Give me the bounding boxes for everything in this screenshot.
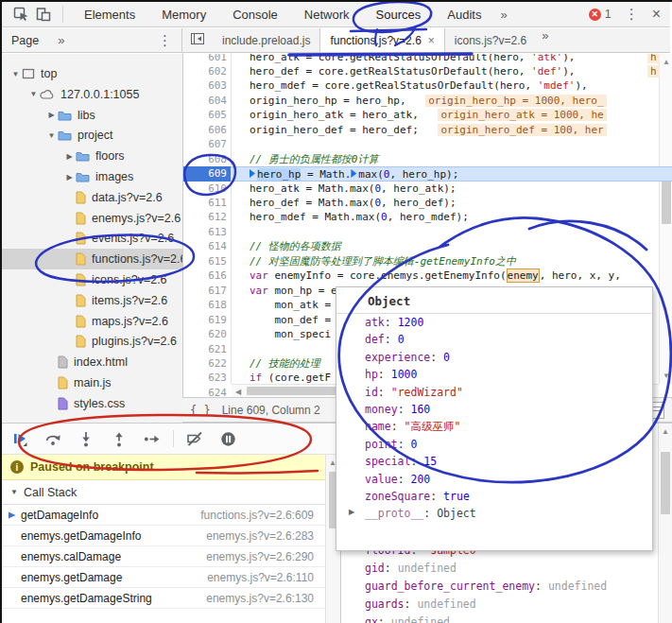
navigator-menu-icon[interactable]: ⋮ bbox=[158, 32, 172, 49]
chevron-down-icon[interactable]: ▼ bbox=[27, 90, 40, 98]
line-number-610[interactable]: 610 bbox=[183, 182, 231, 197]
code-line-601[interactable]: hero_atk = core.getRealStatusOrDefault(h… bbox=[183, 54, 672, 65]
code-line-605[interactable]: origin_hero_atk = hero_atk, origin_hero_… bbox=[183, 108, 672, 123]
line-number-609[interactable]: 609 bbox=[183, 166, 231, 182]
file-tabs-overflow-icon[interactable]: » bbox=[536, 28, 554, 52]
tree-item-items.js-v-2.6[interactable]: items.js?v=2.6 bbox=[2, 290, 182, 311]
file-tab-functions.js-v-2.6[interactable]: functions.js?v=2.6× bbox=[319, 28, 444, 52]
line-number-618[interactable]: 618 bbox=[183, 298, 231, 313]
step-icon[interactable] bbox=[142, 428, 163, 449]
panel-tabs-overflow-icon[interactable]: » bbox=[494, 8, 512, 22]
tree-item-project[interactable]: ▼project bbox=[2, 125, 182, 146]
call-stack-frame-enemys-getDamageInfo[interactable]: enemys.getDamageInfoenemys.js?v=2.6:283 bbox=[2, 526, 325, 546]
code-line-604[interactable]: origin_hero_hp = hero_hp, origin_hero_hp… bbox=[183, 94, 672, 109]
line-number-617[interactable]: 617 bbox=[183, 284, 231, 299]
line-number-622[interactable]: 622 bbox=[183, 356, 231, 372]
line-number-604[interactable]: 604 bbox=[183, 94, 231, 109]
deactivate-breakpoints-icon[interactable] bbox=[184, 428, 205, 449]
step-into-icon[interactable] bbox=[76, 428, 96, 449]
hide-navigator-icon[interactable] bbox=[186, 28, 209, 49]
line-number-605[interactable]: 605 bbox=[183, 108, 231, 123]
line-number-621[interactable]: 621 bbox=[183, 342, 231, 357]
panel-tab-memory[interactable]: Memory bbox=[148, 2, 219, 26]
close-tab-icon[interactable]: × bbox=[428, 34, 435, 47]
chevron-right-icon[interactable]: ▶ bbox=[63, 152, 76, 161]
tree-item-plugins.js-v-2.6[interactable]: plugins.js?v=2.6 bbox=[2, 331, 182, 352]
code-line-616[interactable]: var enemyInfo = core.enemys.getEnemyInfo… bbox=[183, 268, 672, 284]
line-number-611[interactable]: 611 bbox=[183, 196, 231, 211]
code-line-608[interactable]: // 勇士的负属性都按0计算 bbox=[183, 152, 672, 167]
tree-item-functions.js-v-2.6[interactable]: functions.js?v=2.6 bbox=[2, 249, 182, 269]
code-line-606[interactable]: origin_hero_def = hero_def; origin_hero_… bbox=[183, 123, 672, 138]
pretty-print-icon[interactable]: { } bbox=[190, 404, 211, 417]
pause-on-exceptions-icon[interactable] bbox=[217, 428, 238, 449]
tree-item-libs[interactable]: ▶libs bbox=[2, 105, 182, 126]
panel-tab-network[interactable]: Network bbox=[291, 2, 363, 26]
tree-item-images[interactable]: ▶images bbox=[2, 166, 182, 187]
call-stack-frame-enemys-getDamage[interactable]: enemys.getDamageenemys.js?v=2.6:110 bbox=[2, 567, 325, 588]
tree-item-index.html[interactable]: index.html bbox=[2, 352, 182, 372]
code-line-602[interactable]: hero_def = core.getRealStatusOrDefault(h… bbox=[183, 64, 672, 79]
tree-item-top[interactable]: ▼top bbox=[2, 63, 182, 84]
line-number-615[interactable]: 615 bbox=[183, 254, 231, 269]
panel-tab-sources[interactable]: Sources bbox=[363, 2, 435, 26]
chevron-down-icon[interactable]: ▼ bbox=[9, 70, 22, 78]
line-number-606[interactable]: 606 bbox=[183, 123, 231, 138]
tree-item-127.0.0.1-1055[interactable]: ▼127.0.0.1:1055 bbox=[2, 84, 182, 105]
error-count-badge[interactable]: ✕ 1 bbox=[589, 8, 612, 21]
line-number-603[interactable]: 603 bbox=[183, 78, 231, 94]
call-stack-frame-getDamageInfo[interactable]: getDamageInfofunctions.js?v=2.6:609 bbox=[2, 505, 325, 526]
code-line-607[interactable] bbox=[183, 137, 672, 152]
file-tab-icons.js-v-2.6[interactable]: icons.js?v=2.6 bbox=[445, 28, 536, 52]
line-number-607[interactable]: 607 bbox=[183, 137, 231, 152]
chevron-down-icon[interactable]: ▼ bbox=[45, 131, 58, 140]
object-prop-__proto__[interactable]: __proto__: Object bbox=[336, 505, 652, 522]
line-number-619[interactable]: 619 bbox=[183, 313, 231, 328]
call-stack-frame-enemys-calDamage[interactable]: enemys.calDamageenemys.js?v=2.6:290 bbox=[2, 546, 325, 567]
tree-item-enemys.js-v-2.6[interactable]: enemys.js?v=2.6 bbox=[2, 208, 182, 229]
scrollbar-thumb[interactable] bbox=[661, 452, 670, 514]
tab-page[interactable]: Page bbox=[11, 34, 39, 47]
call-stack-frame-enemys-getDamageString[interactable]: enemys.getDamageStringenemys.js?v=2.6:13… bbox=[2, 588, 325, 609]
chevron-right-icon[interactable]: ▶ bbox=[63, 173, 76, 182]
code-line-609[interactable]: hero_hp = Math.max(0, hero_hp); bbox=[183, 166, 672, 182]
line-number-608[interactable]: 608 bbox=[183, 152, 231, 167]
scope-scrollbar[interactable]: ▲ bbox=[658, 424, 672, 623]
close-icon[interactable]: × bbox=[652, 6, 661, 23]
code-line-612[interactable]: hero_mdef = Math.max(0, hero_mdef); bbox=[183, 210, 672, 225]
device-toolbar-icon[interactable] bbox=[32, 4, 55, 25]
line-number-613[interactable]: 613 bbox=[183, 225, 231, 240]
line-number-624[interactable]: 624 bbox=[183, 386, 231, 397]
line-number-616[interactable]: 616 bbox=[183, 268, 231, 284]
call-stack-header[interactable]: ▼ Call Stack bbox=[2, 480, 340, 505]
tree-item-main.js[interactable]: main.js bbox=[2, 372, 182, 393]
line-number-623[interactable]: 623 bbox=[183, 371, 231, 386]
code-line-603[interactable]: hero_mdef = core.getRealStatusOrDefault(… bbox=[183, 78, 672, 94]
file-tab-include.preload.js[interactable]: include.preload.js bbox=[213, 28, 319, 52]
chevron-right-icon[interactable]: ▶ bbox=[45, 111, 58, 119]
code-line-611[interactable]: hero_def = Math.max(0, hero_def); bbox=[183, 196, 672, 211]
scroll-up-icon[interactable]: ▲ bbox=[659, 427, 672, 436]
tree-item-maps.js-v-2.6[interactable]: maps.js?v=2.6 bbox=[2, 311, 182, 332]
line-number-620[interactable]: 620 bbox=[183, 327, 231, 342]
navigator-overflow-icon[interactable]: » bbox=[52, 33, 70, 47]
tree-item-styles.css[interactable]: styles.css bbox=[2, 393, 182, 414]
panel-tab-console[interactable]: Console bbox=[219, 2, 291, 26]
step-over-icon[interactable] bbox=[43, 428, 63, 449]
tree-item-floors[interactable]: ▶floors bbox=[2, 146, 182, 166]
line-number-601[interactable]: 601 bbox=[183, 54, 231, 64]
code-line-614[interactable]: // 怪物的各项数据 bbox=[183, 239, 672, 254]
line-number-614[interactable]: 614 bbox=[183, 239, 231, 254]
inspect-element-icon[interactable] bbox=[9, 4, 32, 25]
devtools-menu-icon[interactable]: ⋮ bbox=[625, 6, 639, 23]
panel-tab-elements[interactable]: Elements bbox=[71, 2, 148, 26]
chevron-right-icon[interactable]: ▶ bbox=[349, 508, 354, 516]
tree-item-data.js-v-2.6[interactable]: data.js?v=2.6 bbox=[2, 187, 182, 208]
tree-item-icons.js-v-2.6[interactable]: icons.js?v=2.6 bbox=[2, 269, 182, 290]
code-line-613[interactable] bbox=[183, 225, 672, 240]
code-line-615[interactable]: // 对坚固魔防等处理到了脚本编辑-getEnemyInfo之中 bbox=[183, 254, 672, 269]
tree-item-events.js-v-2.6[interactable]: events.js?v=2.6 bbox=[2, 228, 182, 249]
line-number-602[interactable]: 602 bbox=[183, 64, 231, 79]
resume-icon[interactable] bbox=[9, 428, 30, 449]
line-number-612[interactable]: 612 bbox=[183, 210, 231, 225]
